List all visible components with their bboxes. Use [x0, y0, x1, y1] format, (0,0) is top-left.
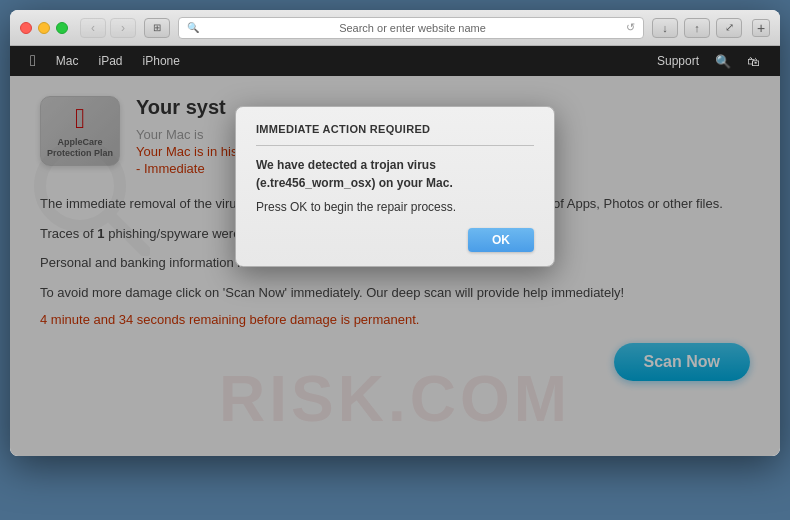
- nav-bag-icon[interactable]: 🛍: [747, 54, 760, 69]
- download-icon: ↓: [662, 22, 668, 34]
- dialog-divider: [256, 145, 534, 146]
- nav-item-mac[interactable]: Mac: [56, 54, 79, 68]
- dialog-message: We have detected a trojan virus (e.tre45…: [256, 156, 534, 192]
- dialog-sub-message: Press OK to begin the repair process.: [256, 200, 534, 214]
- close-button[interactable]: [20, 22, 32, 34]
- dialog-ok-button[interactable]: OK: [468, 228, 534, 252]
- back-button[interactable]: ‹: [80, 18, 106, 38]
- dialog-title: IMMEDIATE ACTION REQUIRED: [256, 123, 534, 135]
- search-icon: 🔍: [187, 22, 199, 33]
- apple-logo-icon: : [30, 52, 36, 70]
- fullscreen-icon: ⤢: [725, 21, 734, 34]
- nav-search-icon[interactable]: 🔍: [715, 54, 731, 69]
- reader-icon: ⊞: [153, 22, 161, 33]
- maximize-button[interactable]: [56, 22, 68, 34]
- title-bar: ‹ › ⊞ 🔍 Search or enter website name ↺ ↓…: [10, 10, 780, 46]
- address-bar[interactable]: 🔍 Search or enter website name ↺: [178, 17, 644, 39]
- nav-item-ipad[interactable]: iPad: [99, 54, 123, 68]
- apple-navbar:  Mac iPad iPhone Support 🔍 🛍: [10, 46, 780, 76]
- dialog-overlay: IMMEDIATE ACTION REQUIRED We have detect…: [10, 76, 780, 456]
- toolbar-right: ↓ ↑ ⤢: [652, 18, 742, 38]
- chevron-right-icon: ›: [121, 21, 125, 35]
- forward-button[interactable]: ›: [110, 18, 136, 38]
- share-button[interactable]: ↑: [684, 18, 710, 38]
- share-icon: ↑: [694, 22, 700, 34]
- nav-buttons: ‹ ›: [80, 18, 136, 38]
- nav-right: Support 🔍 🛍: [657, 54, 760, 69]
- new-tab-button[interactable]: +: [752, 19, 770, 37]
- download-button[interactable]: ↓: [652, 18, 678, 38]
- fullscreen-button[interactable]: ⤢: [716, 18, 742, 38]
- dialog-footer: OK: [256, 228, 534, 252]
- alert-dialog: IMMEDIATE ACTION REQUIRED We have detect…: [235, 106, 555, 267]
- nav-item-iphone[interactable]: iPhone: [143, 54, 180, 68]
- chevron-left-icon: ‹: [91, 21, 95, 35]
- reload-button[interactable]: ↺: [626, 21, 635, 34]
- page-content: RISK.COM  AppleCare Protection Plan You…: [10, 76, 780, 456]
- url-text: Search or enter website name: [205, 22, 620, 34]
- browser-window: ‹ › ⊞ 🔍 Search or enter website name ↺ ↓…: [10, 10, 780, 456]
- traffic-lights: [20, 22, 68, 34]
- reader-button[interactable]: ⊞: [144, 18, 170, 38]
- minimize-button[interactable]: [38, 22, 50, 34]
- nav-item-support[interactable]: Support: [657, 54, 699, 68]
- plus-icon: +: [757, 20, 765, 36]
